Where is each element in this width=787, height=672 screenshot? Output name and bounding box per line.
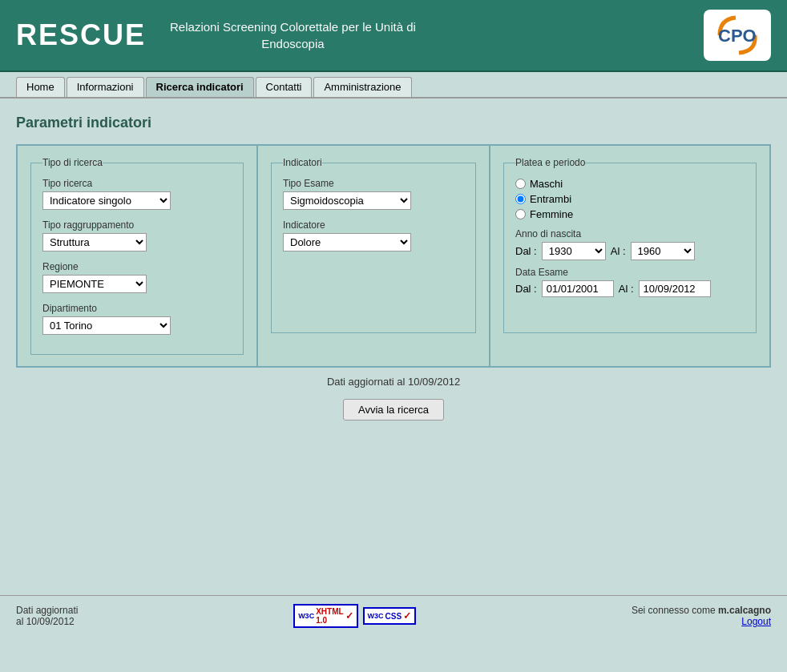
dipartimento-select[interactable]: 01 Torino 02 Cuneo 03 Asti: [42, 316, 171, 335]
radio-femmine[interactable]: Femmine: [515, 208, 745, 220]
legend-tipo-ricerca: Tipo di ricerca: [42, 157, 103, 168]
footer: Dati aggiornati al 10/09/2012 W3C XHTML1…: [0, 595, 787, 636]
update-text: Dati aggiornati al 10/09/2012: [327, 376, 460, 388]
footer-user-label: Sei connesso come: [632, 605, 716, 616]
tipo-raggruppamento-label: Tipo raggruppamento: [42, 219, 232, 231]
data-esame-label: Data Esame: [515, 267, 745, 278]
w3c-xhtml-badge: W3C XHTML1.0 ✓: [293, 604, 357, 628]
radio-maschi[interactable]: Maschi: [515, 178, 745, 190]
anno-al-label: Al :: [611, 245, 626, 257]
header: RESCUE Relazioni Screening Colorettale p…: [0, 0, 787, 72]
nav-tab-home[interactable]: Home: [16, 77, 65, 97]
data-dal-label: Dal :: [515, 283, 537, 295]
footer-username: m.calcagno: [718, 605, 771, 616]
footer-data: Dati aggiornati al 10/09/2012: [16, 605, 78, 627]
radio-maschi-label: Maschi: [530, 178, 563, 190]
legend-platea: Platea e periodo: [515, 157, 585, 168]
legend-indicatori: Indicatori: [283, 157, 322, 168]
nav-tab-contatti[interactable]: Contatti: [256, 77, 313, 97]
tipo-esame-label: Tipo Esame: [283, 178, 464, 189]
nav-tab-informazioni[interactable]: Informazioni: [67, 77, 144, 97]
tipo-ricerca-label: Tipo ricerca: [42, 178, 232, 189]
radio-femmine-label: Femmine: [530, 208, 573, 220]
indicatore-group: Indicatore Dolore Complicanze Tasso di c…: [283, 219, 464, 251]
anno-dal-field: Dal : 1930 1940 1950 1960 Al : 1950 1955…: [515, 242, 745, 260]
search-button-area: Avvia la ricerca: [16, 399, 771, 421]
anno-al-select[interactable]: 1950 1955 1960 1965: [631, 242, 695, 260]
sesso-radio-group: Maschi Entrambi Femmine: [515, 178, 745, 220]
dipartimento-label: Dipartimento: [42, 303, 232, 314]
main-content: Parametri indicatori Tipo di ricerca Tip…: [0, 99, 787, 595]
data-al-label: Al :: [619, 283, 634, 295]
info-bar: Dati aggiornati al 10/09/2012: [16, 368, 771, 396]
data-al-input[interactable]: [639, 280, 711, 297]
indicatore-select[interactable]: Dolore Complicanze Tasso di completament…: [283, 233, 411, 251]
anno-nascita-label: Anno di nascita: [515, 228, 745, 239]
navigation: Home Informazioni Ricerca indicatori Con…: [0, 72, 787, 99]
panel-tipo-ricerca: Tipo di ricerca Tipo ricerca Indicatore …: [17, 145, 257, 367]
logout-link[interactable]: Logout: [741, 616, 771, 627]
tipo-esame-select[interactable]: Sigmoidoscopia Colonscopia Entrambi: [283, 191, 411, 210]
anno-dal-label: Dal :: [515, 245, 537, 257]
dipartimento-group: Dipartimento 01 Torino 02 Cuneo 03 Asti: [42, 303, 232, 335]
radio-entrambi[interactable]: Entrambi: [515, 193, 745, 205]
w3c-css-badge: W3C CSS ✓: [363, 607, 417, 625]
page-title: Parametri indicatori: [16, 115, 771, 131]
app-subtitle: Relazioni Screening Colorettale per le U…: [170, 18, 416, 52]
regione-label: Regione: [42, 261, 232, 272]
data-esame-field: Dal : Al :: [515, 280, 745, 297]
panel-platea-periodo: Platea e periodo Maschi Entrambi Femmine: [490, 145, 770, 367]
svg-text:CPO: CPO: [718, 26, 757, 46]
radio-maschi-input[interactable]: [515, 179, 526, 189]
tipo-ricerca-select[interactable]: Indicatore singolo Confronto: [42, 191, 171, 210]
footer-badges: W3C XHTML1.0 ✓ W3C CSS ✓: [293, 604, 416, 628]
anno-dal-select[interactable]: 1930 1940 1950 1960: [542, 242, 606, 260]
panel-indicatori: Indicatori Tipo Esame Sigmoidoscopia Col…: [257, 145, 490, 367]
footer-user: Sei connesso come m.calcagno Logout: [632, 605, 771, 627]
app-title: RESCUE: [16, 18, 146, 52]
header-title-area: RESCUE Relazioni Screening Colorettale p…: [16, 18, 416, 52]
tipo-raggruppamento-select[interactable]: Struttura Regione Nazionale: [42, 233, 147, 251]
radio-entrambi-input[interactable]: [515, 194, 526, 204]
panels-row: Tipo di ricerca Tipo ricerca Indicatore …: [16, 144, 771, 368]
data-dal-input[interactable]: [542, 280, 614, 297]
search-button[interactable]: Avvia la ricerca: [343, 399, 444, 421]
nav-tab-amministrazione[interactable]: Amministrazione: [313, 77, 411, 97]
tipo-ricerca-group: Tipo ricerca Indicatore singolo Confront…: [42, 178, 232, 210]
logo-area: CPO: [704, 10, 771, 61]
indicatore-label: Indicatore: [283, 219, 464, 231]
radio-femmine-input[interactable]: [515, 209, 526, 219]
regione-group: Regione PIEMONTE LOMBARDIA VENETO: [42, 261, 232, 293]
radio-entrambi-label: Entrambi: [530, 193, 571, 205]
nav-tab-ricerca-indicatori[interactable]: Ricerca indicatori: [146, 77, 254, 97]
tipo-esame-group: Tipo Esame Sigmoidoscopia Colonscopia En…: [283, 178, 464, 210]
cpo-logo: CPO: [712, 14, 763, 56]
regione-select[interactable]: PIEMONTE LOMBARDIA VENETO: [42, 275, 147, 293]
tipo-raggruppamento-group: Tipo raggruppamento Struttura Regione Na…: [42, 219, 232, 251]
